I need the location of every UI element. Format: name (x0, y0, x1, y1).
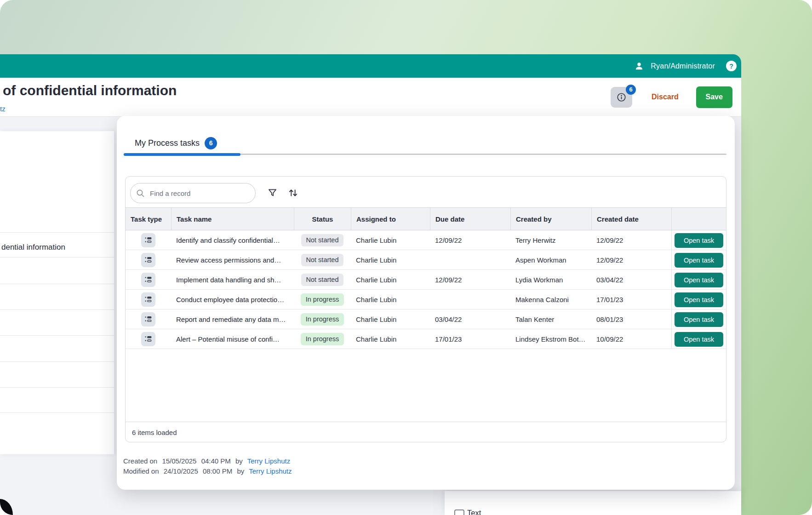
created-date-cell: 12/09/22 (591, 256, 671, 264)
by-label: by (237, 467, 244, 475)
divider (0, 361, 114, 362)
assigned-to-cell: Charlie Lubin (351, 335, 430, 343)
due-date-cell: 03/04/22 (430, 315, 510, 323)
due-date-cell: 12/09/22 (430, 236, 510, 244)
divider (0, 284, 114, 284)
modified-time: 08:00 PM (203, 467, 232, 475)
column-header-status[interactable]: Status (294, 208, 351, 230)
created-by-cell: Lindsey Ekstrom Bot… (510, 335, 591, 343)
open-task-button[interactable]: Open task (675, 292, 723, 307)
task-table-body: Identify and classify confidential… Not … (126, 230, 726, 349)
task-name-cell: Implement data handling and sh… (171, 276, 294, 284)
assigned-to-cell: Charlie Lubin (351, 256, 430, 264)
breadcrumb-link-fragment[interactable]: tz (0, 105, 6, 113)
left-form-panel (0, 131, 114, 454)
column-header-task-type[interactable]: Task type (126, 208, 171, 230)
task-table-container: Task type Task name Status Assigned to D… (125, 176, 726, 442)
sort-icon (287, 187, 299, 199)
modified-on-line: Modified on 24/10/2025 08:00 PM by Terry… (123, 466, 292, 476)
search-field[interactable] (130, 183, 256, 203)
open-task-button[interactable]: Open task (675, 253, 723, 268)
record-meta: Created on 15/05/2025 04:40 PM by Terry … (123, 456, 292, 476)
table-header-row: Task type Task name Status Assigned to D… (126, 207, 726, 230)
created-date-cell: 17/01/23 (591, 296, 671, 303)
status-cell: Not started (294, 274, 351, 286)
created-by-cell: Makenna Calzoni (510, 296, 591, 303)
search-input[interactable] (149, 189, 250, 198)
open-task-button[interactable]: Open task (675, 312, 723, 327)
status-badge: Not started (301, 254, 344, 266)
save-button[interactable]: Save (696, 86, 732, 108)
table-toolbar (126, 177, 726, 207)
column-header-due-date[interactable]: Due date (430, 208, 510, 230)
table-row[interactable]: Conduct employee data protectio… In prog… (126, 290, 726, 309)
created-by-link[interactable]: Terry Lipshutz (247, 457, 290, 465)
status-cell: In progress (294, 293, 351, 306)
created-by-cell: Aspen Workman (510, 256, 591, 264)
text-field-label: Text (467, 509, 481, 515)
created-by-cell: Lydia Workman (510, 276, 591, 284)
created-by-cell: Terry Herwitz (510, 236, 591, 244)
column-header-task-name[interactable]: Task name (171, 208, 294, 230)
discard-button[interactable]: Discard (649, 92, 681, 102)
assigned-to-cell: Charlie Lubin (351, 276, 430, 284)
notifications-button[interactable]: 6 (611, 87, 632, 108)
status-cell: Not started (294, 254, 351, 266)
column-header-created-date[interactable]: Created date (591, 208, 671, 230)
task-name-cell: Review access permissions and… (171, 256, 294, 264)
table-row[interactable]: Review access permissions and… Not start… (126, 250, 726, 270)
assigned-to-cell: Charlie Lubin (351, 236, 430, 244)
status-badge: In progress (301, 333, 344, 345)
task-type-icon (141, 292, 155, 307)
action-cell: Open task (671, 329, 726, 349)
tab-label: My Process tasks (135, 138, 200, 148)
divider (0, 309, 114, 310)
table-row[interactable]: Identify and classify confidential… Not … (126, 230, 726, 250)
divider (0, 232, 114, 233)
table-row[interactable]: Report and remediate any data m… In prog… (126, 309, 726, 329)
created-on-line: Created on 15/05/2025 04:40 PM by Terry … (123, 456, 292, 466)
tab-my-process-tasks[interactable]: My Process tasks 6 (124, 133, 240, 153)
created-by-cell: Talan Kenter (510, 315, 591, 323)
filter-icon (267, 188, 278, 198)
open-task-button[interactable]: Open task (675, 233, 723, 248)
created-date-cell: 10/09/22 (591, 335, 671, 343)
tab-active-indicator (124, 153, 240, 156)
table-row[interactable]: Implement data handling and sh… Not star… (126, 270, 726, 290)
status-badge: Not started (301, 274, 344, 286)
search-icon (136, 189, 145, 198)
tab-count-badge: 6 (205, 137, 217, 149)
modified-on-label: Modified on (123, 467, 159, 475)
task-type-icon (141, 312, 155, 326)
open-task-button[interactable]: Open task (675, 273, 723, 287)
column-header-assigned-to[interactable]: Assigned to (351, 208, 430, 230)
task-type-cell (126, 332, 171, 346)
status-cell: Not started (294, 234, 351, 246)
filter-button[interactable] (264, 185, 280, 200)
screenshot-canvas: dential information Text Ryan/Administra… (0, 0, 812, 515)
process-tasks-overlay: My Process tasks 6 (117, 116, 735, 490)
table-footer: 6 items loaded (126, 422, 726, 443)
task-type-icon (141, 233, 155, 247)
task-type-cell (126, 253, 171, 267)
text-field-checkbox[interactable] (454, 509, 464, 515)
due-date-cell: 17/01/23 (430, 335, 510, 343)
table-row[interactable]: Alert – Potential misuse of confi… In pr… (126, 329, 726, 349)
help-icon[interactable]: ? (726, 61, 737, 71)
action-cell: Open task (671, 250, 726, 270)
modified-by-link[interactable]: Terry Lipshutz (249, 467, 292, 475)
created-date-cell: 12/09/22 (591, 236, 671, 244)
current-user-label[interactable]: Ryan/Administrator (651, 62, 715, 70)
task-type-cell (126, 273, 171, 287)
open-task-button[interactable]: Open task (675, 332, 723, 347)
assigned-to-cell: Charlie Lubin (351, 315, 430, 323)
status-badge: In progress (301, 293, 344, 306)
divider (0, 257, 114, 258)
sort-button[interactable] (285, 185, 301, 200)
column-header-created-by[interactable]: Created by (510, 208, 591, 230)
assigned-to-cell: Charlie Lubin (351, 296, 430, 303)
column-header-actions (671, 208, 726, 230)
created-date: 15/05/2025 (162, 457, 196, 465)
status-badge: Not started (301, 234, 344, 246)
bottom-form-panel: Text (445, 491, 741, 515)
